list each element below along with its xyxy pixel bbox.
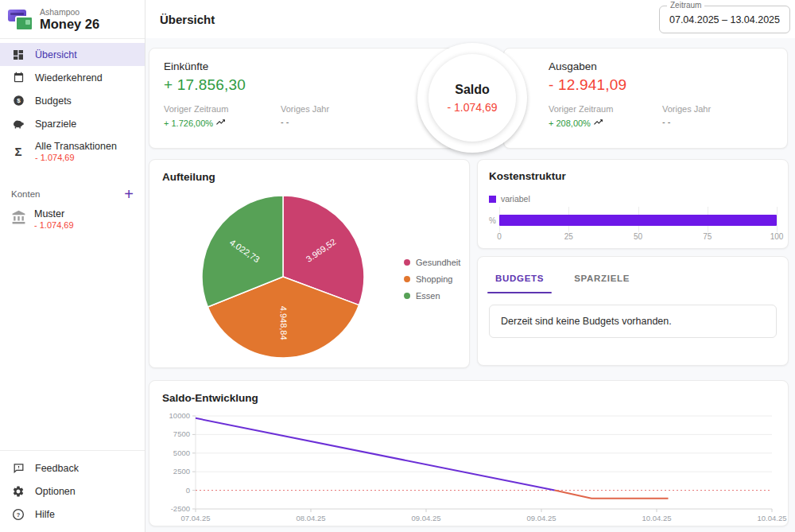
series-saldo-positiv[interactable] [196,418,555,491]
app-logo-icon [8,9,32,30]
expenses-card: Ausgaben - 12.941,09 Voriger Zeitraum + … [503,48,788,149]
sigma-icon: Σ [11,146,25,157]
tabs-bar: BUDGETS SPARZIELE [478,257,788,293]
sidebar-item-label: Wiederkehrend [35,72,103,83]
series-saldo-negativ[interactable] [555,491,669,499]
x-axis-tick: 09.04.25 [412,514,441,522]
pie-legend-item[interactable]: Essen [404,287,460,304]
gear-icon [11,485,25,498]
cost-structure-title: Kostenstruktur [478,160,788,182]
sidebar-item-label: Optionen [35,486,76,497]
sidebar-item-label: Feedback [35,463,79,474]
sidebar-item-label: Hilfe [35,509,55,520]
app-logo: Ashampoo Money 26 [0,0,145,39]
pie-legend-label: Shopping [416,274,453,284]
svg-text:$: $ [17,97,21,104]
cost-structure-card: Kostenstruktur variabel % 0255075100 [477,159,789,249]
account-balance: - 1.074,69 [34,220,74,230]
bar-axis-tick: 50 [634,232,642,241]
x-axis-tick: 07.04.25 [181,514,211,522]
brand-name: Ashampoo [40,7,99,17]
bar-axis-tick: 0 [497,232,502,241]
pie-legend-label: Gesundheit [416,258,460,267]
pie-legend-label: Essen [416,291,440,301]
account-item-muster[interactable]: Muster - 1.074,69 [0,200,145,238]
prev-period-value: + 208,00% [549,118,591,128]
sidebar-item-label: Sparziele [35,118,76,130]
prev-year-label: Voriges Jahr [281,104,398,114]
bank-icon [11,210,26,228]
expenses-amount: - 12.941,09 [549,76,787,94]
sidebar-item-budgets[interactable]: $ Budgets [0,89,145,112]
feedback-icon [11,462,25,474]
dashboard-content: Einkünfte + 17.856,30 Voriger Zeitraum +… [145,38,795,532]
trending-up-icon [215,117,226,129]
transactions-total: - 1.074,69 [35,153,117,162]
prev-period-value: + 1.726,00% [164,118,213,128]
bar-axis-tick: 25 [564,232,573,241]
y-axis-tick: -2500 [171,504,190,513]
prev-period-label: Voriger Zeitraum [164,104,281,114]
sidebar-item-sparziele[interactable]: Sparziele [0,112,145,135]
add-account-button[interactable]: + [124,188,134,200]
sidebar-item-alle-transaktionen[interactable]: Σ Alle Transaktionen - 1.074,69 [0,135,145,167]
pie-legend-item[interactable]: Gesundheit [404,254,460,270]
sidebar-item-feedback[interactable]: Feedback [0,456,145,480]
y-axis-tick: 5000 [173,449,190,457]
prev-year-value: - - [662,117,779,126]
pie-legend-item[interactable]: Shopping [404,270,460,287]
dollar-circle-icon: $ [11,95,25,107]
cost-bar-variabel[interactable] [499,215,777,226]
bar-legend: variabel [489,194,788,204]
trending-up-icon [593,117,603,129]
date-range-field[interactable]: Zeitraum 07.04.2025 – 13.04.2025 [659,6,790,33]
expenses-title: Ausgaben [549,60,787,72]
sidebar-footer: Feedback Optionen ? Hilfe [0,450,145,532]
pie-legend-dot [404,276,410,282]
bar-y-axis-label: % [489,216,499,225]
tab-budgets[interactable]: BUDGETS [491,274,549,293]
y-axis-tick: 7500 [173,429,190,438]
help-icon: ? [11,508,25,521]
page-title: Übersicht [160,13,215,26]
saldo-amount: - 1.074,69 [447,101,497,114]
konten-header: Konten [11,189,40,199]
prev-year-value: - - [281,117,398,126]
product-name: Money 26 [40,17,99,31]
budgets-card: BUDGETS SPARZIELE Derzeit sind keine Bud… [477,256,789,366]
balance-development-card: Saldo-Entwicklung 100007500500025000-250… [149,380,789,526]
pie-legend-dot [404,293,410,299]
bar-ticks: 0255075100 [499,232,777,242]
x-axis-tick: 10.04.25 [642,514,672,522]
tab-sparziele[interactable]: SPARZIELE [569,274,634,293]
prev-year-label: Voriges Jahr [662,104,779,114]
sidebar-item-optionen[interactable]: Optionen [0,480,145,503]
sidebar-item-label: Budgets [35,95,72,107]
y-axis-tick: 0 [186,486,190,495]
pie-legend: Gesundheit Shopping Essen [404,254,460,304]
sidebar: Ashampoo Money 26 Übersicht Wiederkehren… [0,0,145,532]
sidebar-item-label: Alle Transaktionen [35,141,117,152]
sidebar-item-uebersicht[interactable]: Übersicht [0,43,145,66]
sidebar-item-wiederkehrend[interactable]: Wiederkehrend [0,66,145,89]
bar-axis-tick: 100 [770,232,784,241]
bar-plot [499,211,777,230]
date-range-label: Zeitraum [667,1,704,10]
sidebar-item-hilfe[interactable]: ? Hilfe [0,503,145,526]
prev-period-label: Voriger Zeitraum [549,104,662,114]
svg-text:?: ? [17,511,21,518]
pie-legend-dot [404,259,410,266]
sidebar-nav: Übersicht Wiederkehrend $ Budgets [0,39,145,167]
x-axis-tick: 08.04.25 [297,514,326,522]
date-range-value: 07.04.2025 – 13.04.2025 [669,14,780,25]
main-area: Übersicht Zeitraum 07.04.2025 – 13.04.20… [145,0,795,532]
account-name: Muster [34,208,74,219]
saldo-circle: Saldo - 1.074,69 [417,43,527,153]
y-axis-tick: 10000 [169,411,190,420]
balance-line-chart[interactable]: 100007500500025000-250007.04.2508.04.250… [149,381,789,527]
bar-gridline [777,207,778,232]
bar-axis-tick: 75 [703,232,712,241]
saldo-title: Saldo [455,83,490,97]
x-axis-tick: 09.04.25 [527,514,556,522]
x-axis-tick: 10.04.25 [758,514,787,522]
